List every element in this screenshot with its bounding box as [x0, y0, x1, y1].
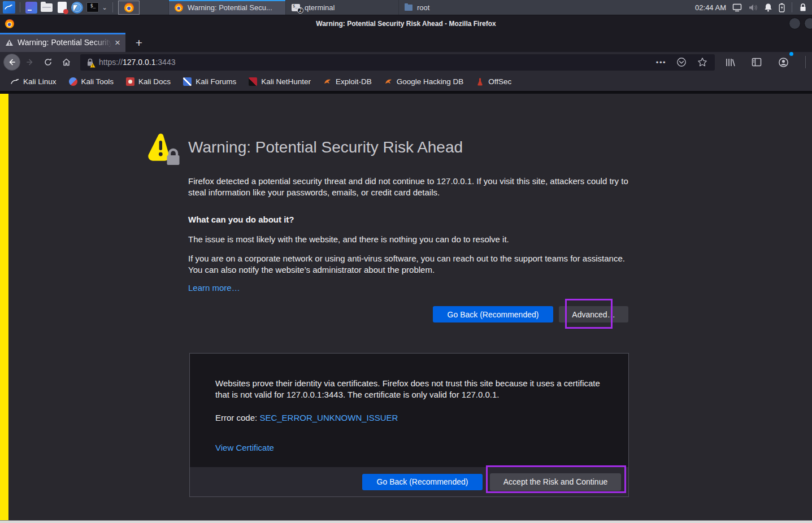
window-controls — [789, 18, 812, 29]
clock[interactable]: 02:44 AM — [695, 3, 726, 12]
pocket-icon[interactable] — [676, 54, 687, 71]
taskbar-window-qterminal[interactable]: $_ 2 qterminal — [285, 0, 398, 15]
back-arrow-icon — [7, 58, 16, 67]
library-icon[interactable] — [722, 54, 739, 71]
view-certificate-link[interactable]: View Certificate — [215, 443, 274, 452]
chevron-down-icon: ⌄ — [102, 4, 107, 11]
terminal-launcher-button[interactable]: $_ — [85, 1, 99, 15]
folder-icon — [405, 5, 412, 11]
maximize-button[interactable] — [804, 18, 812, 29]
reload-button[interactable] — [40, 54, 57, 71]
system-tray: 02:44 AM — [695, 0, 812, 15]
taskbar-window-root[interactable]: root — [398, 0, 494, 15]
kali-linux-favicon — [11, 77, 19, 86]
google-hacking-db-favicon — [384, 77, 393, 86]
bookmark-label: Kali Linux — [23, 77, 57, 86]
primary-button-row: Go Back (Recommended) Advanced… — [433, 306, 628, 322]
tab-title: Warning: Potential Security Risk Ahead — [18, 38, 112, 47]
browser-content-area: Warning: Potential Security Risk Ahead F… — [0, 92, 812, 520]
tab-close-icon[interactable]: × — [115, 38, 120, 47]
tab-security-warning[interactable]: Warning: Potential Security Risk Ahead × — [0, 33, 125, 52]
bookmarks-toolbar: Kali Linux Kali Tools Kali Docs Kali For… — [0, 72, 812, 92]
forward-arrow-icon — [25, 58, 34, 67]
intro-paragraph: Firefox detected a potential security th… — [188, 176, 631, 198]
forward-button[interactable] — [21, 54, 38, 71]
url-port: :3443 — [155, 58, 175, 67]
advanced-panel: Websites prove their identity via certif… — [189, 353, 629, 497]
corporate-network-paragraph: If you are on a corporate network or usi… — [188, 253, 631, 275]
notifications-bell-icon[interactable] — [764, 3, 772, 12]
bookmark-kali-forums[interactable]: Kali Forums — [177, 72, 242, 91]
window-title: Warning: Potential Security Risk Ahead -… — [0, 20, 812, 28]
navigation-toolbar: https://127.0.0.1:3443 ••• — [0, 52, 812, 72]
kali-docs-favicon — [126, 77, 134, 86]
error-code-line: Error code: SEC_ERROR_UNKNOWN_ISSUER — [215, 413, 398, 422]
exploit-db-favicon — [323, 77, 332, 86]
panel-footer: Go Back (Recommended) Accept the Risk an… — [190, 467, 628, 496]
terminal-dropdown-button[interactable]: ⌄ — [101, 1, 108, 15]
kali-logo-icon — [3, 1, 15, 14]
text-editor-button[interactable] — [55, 1, 69, 15]
url-bar[interactable]: https://127.0.0.1:3443 ••• — [80, 54, 715, 71]
bookmark-google-hacking-db[interactable]: Google Hacking DB — [378, 72, 470, 91]
taskbar-window-firefox[interactable]: Warning: Potential Secu... — [168, 0, 285, 15]
advanced-button[interactable]: Advanced… — [559, 306, 628, 322]
tray-separator — [792, 2, 792, 12]
firefox-icon — [124, 3, 134, 12]
toolbar-separator — [805, 56, 806, 68]
firefox-launcher-button[interactable] — [117, 1, 141, 15]
learn-more-link[interactable]: Learn more… — [188, 283, 240, 293]
tab-bar: Warning: Potential Security Risk Ahead ×… — [0, 33, 812, 52]
page-actions-button[interactable]: ••• — [656, 54, 666, 71]
minimize-button[interactable] — [789, 18, 801, 29]
kali-forums-favicon — [183, 77, 192, 86]
bookmark-label: Kali NetHunter — [261, 77, 311, 86]
go-back-button[interactable]: Go Back (Recommended) — [433, 306, 553, 322]
back-button[interactable] — [3, 54, 20, 71]
new-tab-button[interactable]: + — [131, 34, 147, 50]
battery-icon[interactable] — [779, 3, 785, 12]
panel-go-back-button[interactable]: Go Back (Recommended) — [362, 474, 483, 490]
account-icon[interactable] — [775, 54, 792, 71]
firefox-icon — [175, 3, 183, 12]
bookmark-star-icon[interactable] — [697, 54, 708, 71]
home-button[interactable] — [58, 54, 75, 71]
certificate-description: Websites prove their identity via certif… — [215, 378, 606, 400]
error-code-link[interactable]: SEC_ERROR_UNKNOWN_ISSUER — [259, 413, 398, 422]
url-host: 127.0.0.1 — [123, 58, 155, 67]
insecure-lock-icon[interactable] — [86, 58, 94, 67]
accept-risk-button[interactable]: Accept the Risk and Continue — [490, 473, 621, 491]
bookmark-kali-docs[interactable]: Kali Docs — [120, 72, 177, 91]
bookmark-label: OffSec — [488, 77, 511, 86]
file-manager-button[interactable] — [40, 1, 54, 15]
bookmark-exploit-db[interactable]: Exploit-DB — [317, 72, 378, 91]
bookmark-label: Exploit-DB — [336, 77, 372, 86]
bookmark-kali-tools[interactable]: Kali Tools — [63, 72, 120, 91]
web-browser-button[interactable] — [70, 1, 84, 15]
volume-icon[interactable] — [748, 3, 758, 12]
display-icon[interactable] — [732, 3, 742, 12]
taskbar-window-label: qterminal — [305, 3, 335, 12]
sidebar-icon[interactable] — [748, 54, 765, 71]
system-taskbar: $_ ⌄ Warning: Potential Secu... $_ 2 qte… — [0, 0, 812, 15]
desktop-edge-strip — [0, 94, 8, 520]
taskbar-window-list: Warning: Potential Secu... $_ 2 qtermina… — [168, 0, 494, 15]
taskbar-window-label: Warning: Potential Secu... — [188, 3, 272, 12]
app-launcher-button[interactable] — [24, 1, 38, 15]
bookmark-kali-linux[interactable]: Kali Linux — [5, 72, 63, 91]
url-scheme: https:// — [99, 58, 123, 67]
warning-triangle-icon — [5, 39, 14, 46]
qterminal-icon: $_ 2 — [292, 4, 300, 11]
page-title: Warning: Potential Security Risk Ahead — [188, 138, 463, 156]
folder-icon — [41, 3, 53, 12]
urlbar-actions: ••• — [655, 54, 709, 71]
lock-screen-icon[interactable] — [799, 3, 807, 12]
kali-menu-button[interactable] — [2, 1, 16, 15]
screen-bottom-edge — [0, 520, 812, 523]
bookmark-offsec[interactable]: OffSec — [470, 72, 518, 91]
taskbar-separator — [20, 2, 20, 12]
bookmark-kali-nethunter[interactable]: Kali NetHunter — [242, 72, 317, 91]
window-count-badge: 2 — [297, 7, 303, 14]
issue-paragraph: The issue is most likely with the websit… — [188, 234, 631, 245]
account-notification-dot — [789, 52, 793, 56]
